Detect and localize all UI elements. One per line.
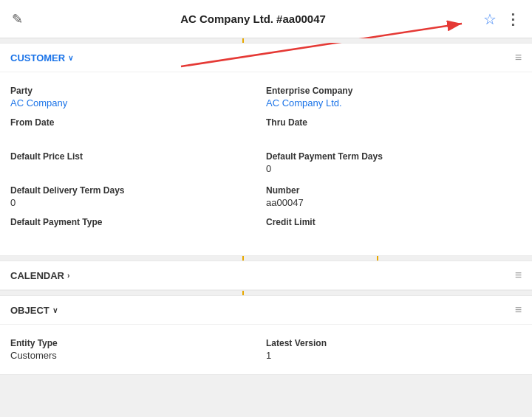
thru-date-label: Thru Date (266, 117, 516, 128)
gap-accent-3 (242, 291, 244, 295)
customer-chevron: ∨ (68, 54, 73, 62)
thru-date-field: Thru Date (266, 113, 522, 147)
header: ✎ AC Company Ltd. #aa00047 ☆ ⋮ (0, 0, 532, 38)
object-fields: Entity Type Customers Latest Version 1 (0, 325, 532, 374)
calendar-section-header[interactable]: CALENDAR › ≡ (0, 261, 532, 290)
entity-type-label: Entity Type (10, 338, 260, 348)
star-icon[interactable]: ☆ (483, 10, 497, 28)
from-date-label: From Date (10, 117, 260, 128)
payment-term-days-value: 0 (266, 163, 516, 174)
customer-section: CUSTOMER ∨ ≡ Party AC Company Enterprise… (0, 43, 532, 256)
price-list-value (10, 163, 260, 176)
entity-type-value: Customers (10, 350, 260, 361)
enterprise-company-label: Enterprise Company (266, 86, 516, 96)
customer-fields: Party AC Company Enterprise Company AC C… (0, 72, 532, 255)
customer-title-text: CUSTOMER (10, 52, 65, 63)
more-icon[interactable]: ⋮ (505, 10, 520, 28)
customer-section-header[interactable]: CUSTOMER ∨ ≡ (0, 44, 532, 72)
calendar-section-title[interactable]: CALENDAR › (10, 270, 69, 281)
payment-term-days-label: Default Payment Term Days (266, 151, 516, 162)
calendar-title-text: CALENDAR (10, 270, 64, 281)
enterprise-company-value[interactable]: AC Company Ltd. (266, 97, 342, 108)
party-label: Party (10, 86, 260, 96)
payment-type-value (10, 229, 260, 242)
customer-menu-icon[interactable]: ≡ (515, 51, 522, 64)
payment-term-days-field: Default Payment Term Days 0 (266, 147, 522, 181)
latest-version-field: Latest Version 1 (266, 334, 522, 365)
payment-type-label: Default Payment Type (10, 217, 260, 227)
object-chevron: ∨ (52, 306, 58, 314)
object-section-header[interactable]: OBJECT ∨ ≡ (0, 296, 532, 325)
object-menu-icon[interactable]: ≡ (515, 303, 522, 317)
object-section: OBJECT ∨ ≡ Entity Type Customers Latest … (0, 295, 532, 375)
gap-accent-1 (242, 256, 244, 261)
entity-type-field: Entity Type Customers (10, 334, 266, 365)
from-date-field: From Date (10, 113, 266, 147)
calendar-chevron: › (67, 272, 69, 280)
from-date-value (10, 129, 260, 142)
credit-limit-value (266, 229, 516, 242)
latest-version-label: Latest Version (266, 338, 516, 348)
thru-date-value (266, 129, 516, 142)
party-field: Party AC Company (10, 81, 266, 113)
edit-icon[interactable]: ✎ (12, 11, 23, 27)
customer-section-title[interactable]: CUSTOMER ∨ (10, 52, 73, 63)
header-separator (0, 38, 532, 43)
calendar-object-separator (0, 291, 532, 295)
number-label: Number (266, 185, 516, 196)
credit-limit-field: Credit Limit (266, 213, 522, 247)
number-value: aa00047 (266, 197, 516, 208)
calendar-section: CALENDAR › ≡ (0, 261, 532, 291)
page-title: AC Company Ltd. #aa00047 (23, 13, 483, 25)
gap-accent-2 (377, 256, 378, 261)
payment-type-field: Default Payment Type (10, 213, 266, 247)
delivery-term-days-label: Default Delivery Term Days (10, 185, 260, 196)
delivery-term-days-field: Default Delivery Term Days 0 (10, 181, 266, 213)
accent-left (242, 38, 244, 43)
latest-version-value: 1 (266, 350, 516, 361)
number-field: Number aa00047 (266, 181, 522, 213)
price-list-label: Default Price List (10, 151, 260, 162)
enterprise-company-field: Enterprise Company AC Company Ltd. (266, 81, 522, 113)
price-list-field: Default Price List (10, 147, 266, 181)
delivery-term-days-value: 0 (10, 197, 260, 208)
calendar-menu-icon[interactable]: ≡ (515, 269, 522, 282)
header-actions: ☆ ⋮ (483, 10, 520, 28)
customer-calendar-separator (0, 256, 532, 261)
party-value[interactable]: AC Company (10, 97, 67, 108)
object-title-text: OBJECT (10, 305, 50, 316)
object-section-title[interactable]: OBJECT ∨ (10, 305, 58, 316)
credit-limit-label: Credit Limit (266, 217, 516, 227)
